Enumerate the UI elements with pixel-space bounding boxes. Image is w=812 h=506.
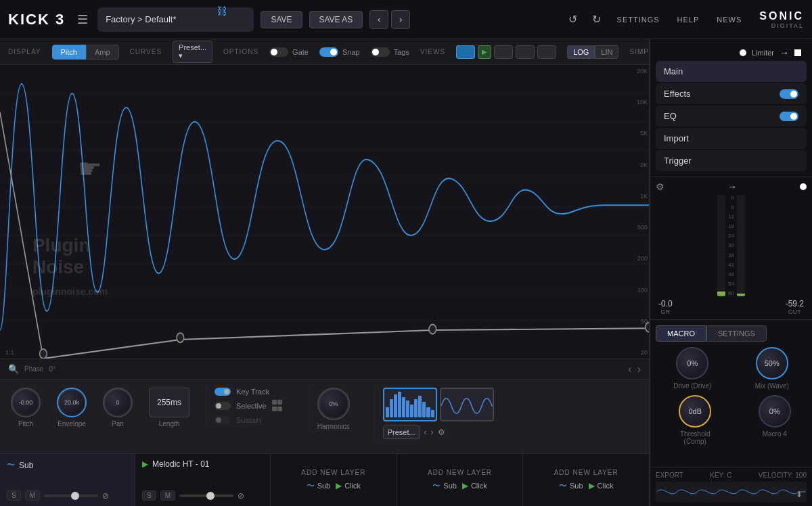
pan-knob[interactable]: 0 [103,388,133,417]
prev-arrow[interactable]: ‹ [369,10,388,29]
nav-eq-label: EQ [664,111,677,121]
pan-knob-group: 0 Pan [103,388,133,428]
gate-label: Gate [292,48,309,56]
save-as-button[interactable]: SAVE AS [309,11,363,28]
preset-box-1[interactable] [383,388,437,421]
layer-sub[interactable]: 〜 Sub S M ⊘ [0,454,135,506]
y-label-50: 50 [626,318,648,325]
macro-4-knob[interactable]: 0% [759,395,791,428]
view-btn-1[interactable] [456,45,475,59]
limiter-toggle-dot[interactable] [794,49,801,56]
length-display[interactable]: 255ms [149,388,189,417]
undo-button[interactable]: ↺ [564,10,581,28]
tags-toggle[interactable] [371,47,390,57]
view-btn-3[interactable] [516,45,535,59]
add-click-btn-3[interactable]: ▶ Click [589,480,614,492]
key-track-toggle[interactable] [215,388,231,396]
macro-section: MACRO SETTINGS 0% Drive (Drive) 50% Mix … [650,320,812,467]
menu-icon[interactable]: ☰ [77,12,88,27]
melodic-s-btn[interactable]: S [142,490,156,501]
macro-mix-knob[interactable]: 50% [756,347,788,380]
add-click-btn-1[interactable]: ▶ Click [336,480,361,492]
eq-toggle[interactable] [780,112,798,121]
preset-box-2[interactable] [440,388,494,421]
layer-melodic[interactable]: ▶ Melodic HT - 01 S M ⊘ [135,454,271,506]
preset-dropdown[interactable]: Preset... [383,426,420,439]
envelope-knob[interactable]: 20.0k [57,388,87,417]
view-btn-green[interactable]: ▶ [478,45,491,59]
next-arrow[interactable]: › [391,10,410,29]
preset-gear[interactable]: ⚙ [438,428,445,437]
amp-button[interactable]: Amp [86,45,119,60]
add-sub-btn-1[interactable]: 〜 Sub [307,480,331,492]
melodic-m-btn[interactable]: M [160,490,175,501]
chart-next[interactable]: › [637,363,641,375]
limiter-dot[interactable] [740,49,746,56]
nav-trigger[interactable]: Trigger [656,150,807,171]
svg-point-11 [429,325,436,334]
meter-bars: 0 6 12 18 24 30 38 42 48 54 60 [656,195,807,296]
redo-button[interactable]: ↻ [588,10,605,28]
meter-bar-out [737,195,745,296]
melodic-phase-icon[interactable]: ⊘ [238,491,244,501]
meter-arrow-icon[interactable]: → [727,181,737,192]
add-sub-btn-2[interactable]: 〜 Sub [432,480,457,492]
news-button[interactable]: NEWS [711,13,747,26]
y-label-10k: 10K [626,99,648,106]
macro-threshold-knob[interactable]: 0dB [679,395,711,428]
nav-main-label: Main [664,66,683,76]
add-layer-group-1[interactable]: ADD NEW LAYER 〜 Sub ▶ Click [271,454,397,506]
macro-mix-val: 50% [765,359,780,367]
effects-toggle[interactable] [780,89,798,99]
gr-label: GR [658,308,673,315]
log-button[interactable]: LOG [567,45,595,59]
nav-eq[interactable]: EQ [656,106,807,127]
meter-gear-icon[interactable]: ⚙ [656,181,664,192]
pitch-knob-group: -0.00 Pitch [11,388,41,428]
export-download-icon[interactable]: ⬇ [796,490,803,499]
preset-prev[interactable]: ‹ [424,428,427,437]
nav-main[interactable]: Main [656,61,807,82]
add-layer-title-2: ADD NEW LAYER [428,469,492,476]
grid-icon[interactable] [272,400,284,412]
help-button[interactable]: HELP [672,13,705,26]
search-icon[interactable]: 🔍 [8,364,19,374]
lin-button[interactable]: LIN [595,45,618,59]
simplify-label: SIMPLIFY [629,48,650,55]
tab-settings[interactable]: SETTINGS [706,325,767,342]
add-layer-group-3[interactable]: ADD NEW LAYER 〜 Sub ▶ Click [523,454,649,506]
save-button[interactable]: SAVE [261,11,302,28]
harmonics-knob[interactable]: 0% [317,388,350,420]
sustain-toggle[interactable] [215,416,231,424]
curves-preset-select[interactable]: Preset... ▾ [173,41,212,63]
chart-area[interactable]: 20K 10K 5K 2K 1K 500 200 100 50 20 1:1 ☛… [0,65,649,359]
melodic-fader[interactable] [179,495,233,497]
nav-effects[interactable]: Effects [656,83,807,104]
add-click-btn-2[interactable]: ▶ Click [462,480,487,492]
nav-import[interactable]: Import [656,128,807,149]
view-btn-4[interactable] [537,45,556,59]
pitch-button[interactable]: Pitch [52,45,86,60]
add-click-icon-1: ▶ [336,481,342,490]
sub-s-btn[interactable]: S [7,490,21,501]
sub-m-btn[interactable]: M [25,490,40,501]
pitch-knob[interactable]: -0.00 [11,388,41,417]
macro-drive-knob[interactable]: 0% [676,347,708,380]
length-label: Length [159,420,180,428]
snap-toggle[interactable] [319,47,338,57]
limiter-arrow[interactable]: → [780,47,789,58]
settings-button[interactable]: SETTINGS [612,13,665,26]
meter-white-dot[interactable] [800,183,807,190]
sub-phase-icon[interactable]: ⊘ [102,491,109,501]
selective-toggle[interactable] [215,402,231,410]
view-btn-2[interactable] [494,45,513,59]
chart-prev[interactable]: ‹ [628,363,631,375]
sub-fader[interactable] [44,495,98,497]
curves-label: CURVES [130,48,162,55]
preset-next[interactable]: › [431,428,434,437]
add-layer-group-2[interactable]: ADD NEW LAYER 〜 Sub ▶ Click [397,454,524,506]
tab-macro[interactable]: MACRO [656,325,706,342]
gate-toggle[interactable] [269,47,288,57]
toolbar: DISPLAY Pitch Amp CURVES Preset... ▾ OPT… [0,39,649,65]
add-sub-btn-3[interactable]: 〜 Sub [559,480,583,492]
